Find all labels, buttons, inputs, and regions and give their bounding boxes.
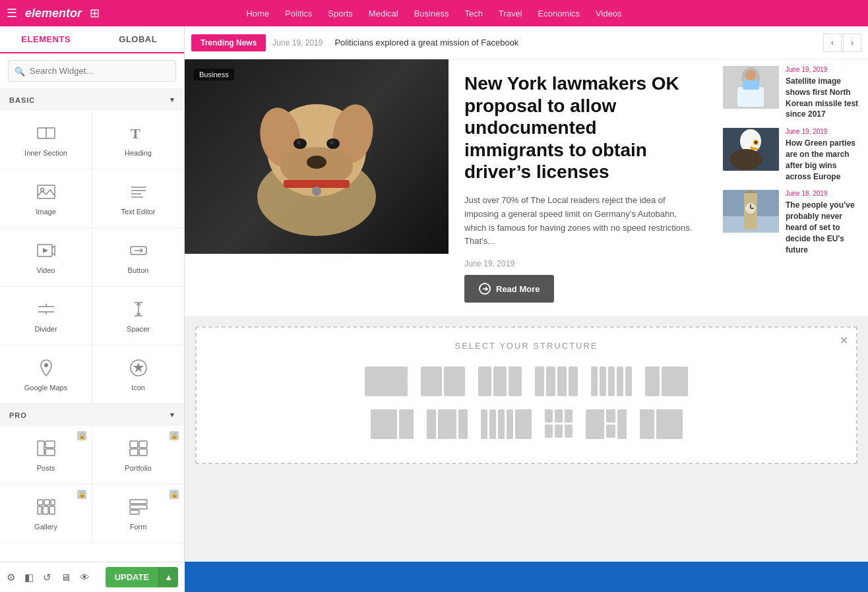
svg-point-60 xyxy=(755,141,757,144)
svg-rect-33 xyxy=(38,506,42,514)
nav-economics[interactable]: Economics xyxy=(538,9,580,18)
svg-point-47 xyxy=(330,140,334,144)
structure-4col[interactable] xyxy=(532,364,580,399)
svg-rect-29 xyxy=(139,449,147,456)
widget-form[interactable]: 🔒 Form xyxy=(92,485,184,543)
hamburger-icon[interactable]: ☰ xyxy=(7,6,17,20)
structure-3col-block-2 xyxy=(493,367,507,396)
article-main: Business xyxy=(185,59,716,316)
svg-marker-10 xyxy=(43,248,48,253)
nav-tech[interactable]: Tech xyxy=(464,9,482,18)
google-maps-icon xyxy=(36,357,57,378)
search-input[interactable] xyxy=(8,60,176,82)
structure-n4-2 xyxy=(555,409,563,423)
structure-5col[interactable] xyxy=(588,364,635,399)
svg-point-55 xyxy=(745,70,756,80)
svg-rect-32 xyxy=(51,500,55,505)
structure-2plus1[interactable] xyxy=(642,364,691,399)
nav-business[interactable]: Business xyxy=(414,9,449,18)
update-group: UPDATE ▲ xyxy=(106,567,178,587)
structure-1col[interactable] xyxy=(362,364,410,399)
structure-wide-narrow[interactable] xyxy=(583,407,629,442)
dog-svg xyxy=(211,65,422,249)
widget-portfolio[interactable]: 🔒 Portfolio xyxy=(92,426,184,484)
sidebar-article-date-3: June 18, 2019 xyxy=(786,190,861,197)
structure-1-2-1-block-2 xyxy=(438,409,456,439)
tab-global[interactable]: GLOBAL xyxy=(92,26,185,52)
widget-divider[interactable]: Divider xyxy=(0,287,92,345)
widget-google-maps[interactable]: Google Maps xyxy=(0,345,92,403)
basic-section-header[interactable]: BASIC ▾ xyxy=(0,89,184,111)
widget-icon-label: Icon xyxy=(131,384,145,392)
layers-icon[interactable]: ◧ xyxy=(24,572,34,583)
sidebar-article-text-1: June 19, 2019 Satellite image shows firs… xyxy=(786,66,861,120)
structure-3col[interactable] xyxy=(476,364,524,399)
heading-icon: T xyxy=(128,123,149,144)
structure-row-1 xyxy=(210,364,843,399)
article-date: June 19, 2019 xyxy=(464,259,700,268)
sidebar-article-title-1: Satellite image shows first North Korean… xyxy=(786,76,861,120)
history-icon[interactable]: ↺ xyxy=(43,572,51,583)
widget-divider-label: Divider xyxy=(34,325,57,333)
svg-rect-37 xyxy=(130,505,147,509)
svg-point-50 xyxy=(312,187,321,196)
structure-narrow-wide[interactable] xyxy=(478,407,534,442)
structure-close-icon[interactable]: ✕ xyxy=(840,334,848,347)
widget-button[interactable]: Button xyxy=(92,228,184,286)
widget-video[interactable]: Video xyxy=(0,228,92,286)
structure-3col-block-3 xyxy=(509,367,522,396)
trending-next-arrow[interactable]: › xyxy=(843,34,861,52)
nav-travel[interactable]: Travel xyxy=(499,9,522,18)
widget-spacer[interactable]: Spacer xyxy=(92,287,184,345)
svg-point-61 xyxy=(729,149,762,170)
structure-2col[interactable] xyxy=(418,364,468,399)
structure-nested-4[interactable] xyxy=(542,407,575,442)
structure-1col-block xyxy=(365,367,408,396)
nav-home[interactable]: Home xyxy=(246,9,269,18)
bottom-icons: ⚙ ◧ ↺ 🖥 👁 xyxy=(7,572,90,583)
pro-section-header[interactable]: PRO ▾ xyxy=(0,404,184,426)
lock-icon-4: 🔒 xyxy=(171,491,178,498)
widget-icon[interactable]: Icon xyxy=(92,345,184,403)
widget-spacer-label: Spacer xyxy=(127,325,150,333)
svg-rect-30 xyxy=(38,500,43,505)
widget-gallery[interactable]: 🔒 Gallery xyxy=(0,485,92,543)
trending-badge: Trending News xyxy=(191,34,266,51)
nav-politics[interactable]: Politics xyxy=(285,9,312,18)
widget-heading[interactable]: T Heading xyxy=(92,111,184,169)
update-button[interactable]: UPDATE xyxy=(106,567,158,587)
structure-1-2-1[interactable] xyxy=(424,407,470,442)
structure-1plus2-block-1 xyxy=(371,409,397,439)
widget-gallery-label: Gallery xyxy=(34,523,57,531)
update-dropdown-button[interactable]: ▲ xyxy=(158,567,178,587)
structure-1plus2[interactable] xyxy=(368,407,416,442)
article-title: New York lawmakers OK proposal to allow … xyxy=(464,73,700,183)
nav-sports[interactable]: Sports xyxy=(328,9,353,18)
structure-row-2 xyxy=(210,407,843,442)
posts-icon xyxy=(36,438,57,459)
sidebar-article-img-3 xyxy=(723,190,779,233)
structure-last[interactable] xyxy=(637,407,685,442)
widget-image[interactable]: Image xyxy=(0,169,92,227)
svg-rect-27 xyxy=(139,441,147,448)
tab-elements[interactable]: ELEMENTS xyxy=(0,26,92,53)
nav-medical[interactable]: Medical xyxy=(369,9,398,18)
sidebar-article-date-2: June 19, 2019 xyxy=(786,128,861,135)
read-more-button[interactable]: ➜ Read More xyxy=(464,275,554,303)
widget-text-editor[interactable]: Text Editor xyxy=(92,169,184,227)
preview-icon[interactable]: 👁 xyxy=(80,572,90,583)
widget-inner-section[interactable]: Inner Section xyxy=(0,111,92,169)
widget-posts[interactable]: 🔒 Posts xyxy=(0,426,92,484)
structure-wn-1 xyxy=(586,409,604,439)
structure-last-1 xyxy=(640,409,654,439)
collapse-panel-handle[interactable]: ◂ xyxy=(184,296,185,322)
trending-arrows: ‹ › xyxy=(823,34,861,52)
settings-icon[interactable]: ⚙ xyxy=(7,572,15,583)
grid-icon[interactable]: ⊞ xyxy=(90,6,100,20)
nav-videos[interactable]: Videos xyxy=(596,9,622,18)
basic-widgets-grid: Inner Section T Heading Image xyxy=(0,111,184,404)
lock-icon: 🔒 xyxy=(78,432,86,439)
trending-prev-arrow[interactable]: ‹ xyxy=(823,34,842,52)
structure-nw-5 xyxy=(515,409,532,439)
device-desktop-icon[interactable]: 🖥 xyxy=(61,572,71,583)
